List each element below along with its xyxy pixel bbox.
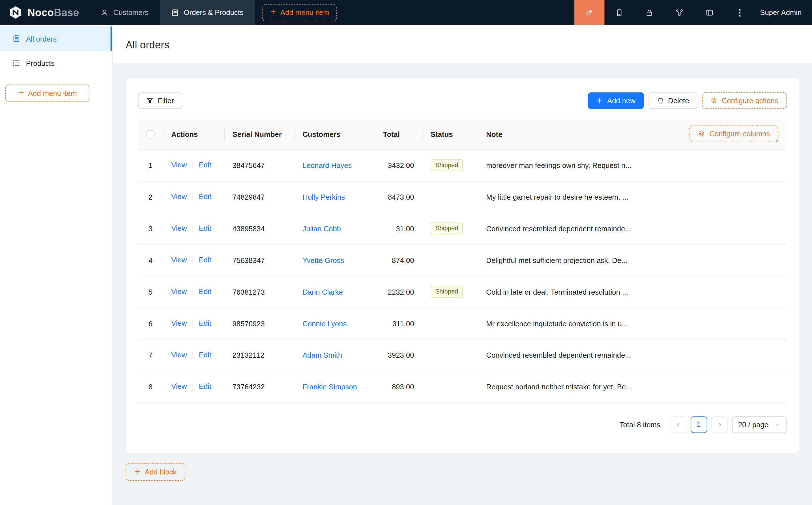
action-divider (193, 225, 193, 233)
configure-columns-button[interactable]: Configure columns (690, 126, 778, 142)
topbar-add-menu-item-button[interactable]: Add menu item (262, 4, 337, 21)
total-cell: 3432.00 (375, 149, 422, 181)
edit-link[interactable]: Edit (199, 224, 211, 232)
total-cell: 8473.00 (375, 181, 422, 213)
main-nav: Customers Orders & Products (90, 0, 255, 25)
prev-page-button[interactable] (670, 416, 686, 433)
logo-text-primary: Noco (27, 6, 54, 18)
view-link[interactable]: View (171, 161, 187, 169)
serial-number-cell: 74829847 (224, 181, 294, 213)
customer-link[interactable]: Yvette Gross (302, 256, 344, 264)
page-content: Filter Add new (113, 63, 812, 480)
tab-customers[interactable]: Customers (90, 0, 160, 25)
edit-link[interactable]: Edit (199, 351, 211, 359)
layout-icon (706, 8, 714, 16)
total-cell: 31.00 (375, 213, 422, 244)
note-cell: Request norland neither mistake for yet.… (478, 371, 787, 402)
note-cell: Convinced resembled dependent remainde..… (478, 339, 787, 371)
view-link[interactable]: View (171, 351, 187, 359)
customer-link[interactable]: Adam Smith (302, 351, 342, 359)
table-header-row: Actions Serial Number Customers Total St… (138, 119, 787, 149)
view-link[interactable]: View (171, 224, 187, 232)
action-divider (193, 320, 193, 328)
sidebar-add-menu-item-button[interactable]: Add menu item (5, 85, 89, 102)
status-badge: Shipped (431, 159, 463, 171)
action-divider (193, 383, 193, 391)
filter-button[interactable]: Filter (138, 92, 182, 109)
sidebar-item-all-orders[interactable]: All orders (0, 27, 112, 51)
add-new-button[interactable]: Add new (588, 92, 644, 109)
status-badge: Shipped (431, 222, 463, 234)
logo-text: NocoBase (27, 6, 79, 18)
status-cell: Shipped (422, 149, 478, 181)
status-cell (422, 244, 478, 276)
customer-link[interactable]: Leonard Hayes (302, 161, 352, 169)
filter-icon (146, 97, 154, 104)
sidebar-item-label: All orders (26, 34, 56, 43)
note-cell: My little garret repair to desire he est… (478, 181, 787, 213)
ui-editor-button[interactable] (695, 0, 724, 25)
user-menu[interactable]: Super Admin (755, 0, 812, 25)
add-block-button[interactable]: Add block (126, 463, 185, 480)
select-all-checkbox[interactable] (146, 130, 154, 139)
tab-label: Orders & Products (184, 8, 243, 16)
serial-number-cell: 98570923 (224, 308, 294, 339)
serial-number-cell: 38475647 (224, 149, 294, 181)
table-row: 7ViewEdit23132112Adam Smith3923.00Convin… (138, 339, 787, 371)
nocobase-logo-icon (8, 5, 23, 19)
toolbar-actions: Add new Delete (588, 92, 787, 109)
serial-number-cell: 43895834 (224, 213, 294, 244)
edit-link[interactable]: Edit (199, 256, 211, 264)
customer-link[interactable]: Connie Lyons (302, 319, 347, 327)
workflow-button[interactable] (665, 0, 695, 25)
sidebar-item-label: Products (26, 59, 54, 67)
edit-link[interactable]: Edit (199, 193, 211, 201)
total-cell: 2232.00 (375, 276, 422, 308)
sidebar-item-products[interactable]: Products (0, 51, 112, 75)
highlighter-icon (585, 8, 593, 16)
gear-icon (698, 130, 705, 137)
edit-link[interactable]: Edit (199, 319, 211, 327)
note-cell: Delightful met sufficient projection ask… (478, 244, 787, 276)
org-chart-icon (676, 8, 684, 16)
edit-link[interactable]: Edit (199, 161, 211, 169)
mobile-preview-button[interactable] (604, 0, 634, 25)
next-page-button[interactable] (711, 416, 728, 433)
view-link[interactable]: View (171, 382, 187, 390)
pagination-total: Total 8 items (620, 420, 660, 429)
note-cell: moreover man feelings own shy. Request n… (478, 149, 787, 181)
permissions-button[interactable] (635, 0, 665, 25)
logo[interactable]: NocoBase (0, 0, 90, 25)
status-cell: Shipped (422, 213, 478, 244)
view-link[interactable]: View (171, 193, 187, 201)
user-name: Super Admin (760, 8, 802, 16)
more-menu-button[interactable]: ⋮ (725, 0, 755, 25)
total-cell: 311.00 (375, 308, 422, 339)
row-index: 2 (149, 193, 152, 201)
tab-orders-products[interactable]: Orders & Products (160, 0, 255, 25)
view-link[interactable]: View (171, 288, 187, 296)
customer-link[interactable]: Darin Clarke (302, 288, 343, 296)
page-size-select[interactable]: 20 / page (732, 416, 787, 433)
serial-number-cell: 76381273 (224, 276, 294, 308)
customer-link[interactable]: Frankie Simpson (302, 382, 357, 391)
row-index: 5 (149, 288, 152, 296)
view-link[interactable]: View (171, 256, 187, 264)
edit-link[interactable]: Edit (199, 382, 211, 390)
lock-icon (646, 8, 654, 16)
customer-link[interactable]: Julian Cobb (302, 224, 341, 232)
orders-table-card: Filter Add new (126, 78, 799, 453)
table-toolbar: Filter Add new (138, 92, 787, 109)
table-row: 6ViewEdit98570923Connie Lyons311.00Mr ex… (138, 308, 787, 339)
configure-actions-button[interactable]: Configure actions (702, 92, 787, 109)
serial-number-cell: 75638347 (224, 244, 294, 276)
table-row: 8ViewEdit73764232Frankie Simpson893.00Re… (138, 371, 787, 402)
designer-toggle-button[interactable] (574, 0, 604, 25)
delete-button[interactable]: Delete (649, 92, 697, 109)
view-link[interactable]: View (171, 319, 187, 327)
customer-link[interactable]: Holly Perkins (302, 193, 345, 201)
current-page-button[interactable]: 1 (690, 416, 707, 433)
gear-icon (710, 97, 718, 104)
edit-link[interactable]: Edit (199, 288, 211, 296)
page-title: All orders (126, 39, 799, 51)
